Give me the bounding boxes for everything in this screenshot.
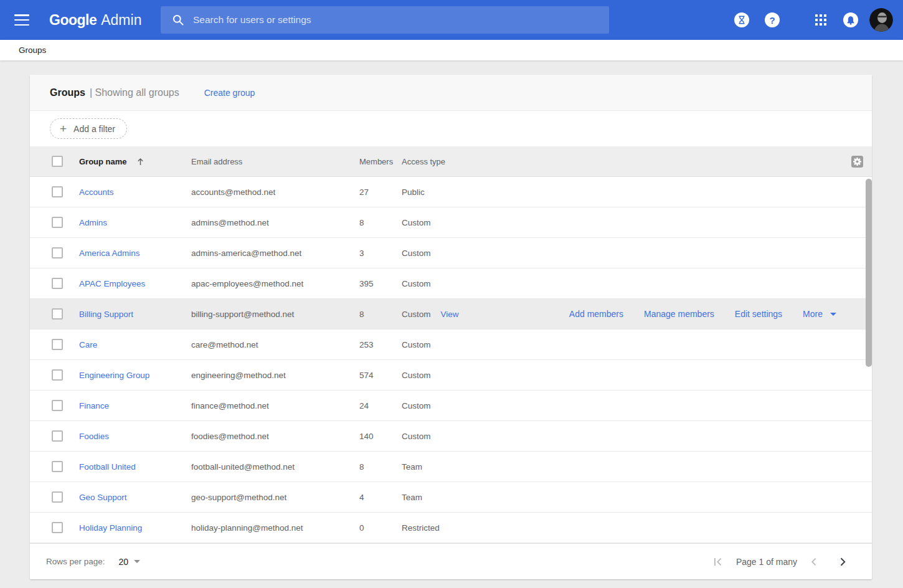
row-action-edit-settings[interactable]: Edit settings (735, 309, 782, 319)
previous-page-button[interactable] (810, 557, 817, 567)
group-members-count: 140 (359, 432, 402, 441)
group-access-type: Team (402, 462, 422, 472)
row-action-more[interactable]: More (803, 309, 836, 319)
column-access-type: Access type (402, 157, 445, 166)
group-email: football-united@method.net (191, 462, 359, 472)
group-name-link[interactable]: Billing Support (79, 310, 133, 319)
breadcrumb-groups[interactable]: Groups (19, 45, 46, 55)
table-body: Accounts accounts@method.net 27 Public A… (30, 177, 872, 543)
group-name-link[interactable]: Foodies (79, 432, 109, 441)
group-access-type: Custom (402, 249, 431, 258)
row-actions: Add membersManage membersEdit settingsMo… (569, 309, 872, 319)
table-row[interactable]: Holiday Planning holiday-planning@method… (30, 513, 872, 543)
row-checkbox[interactable] (52, 522, 63, 533)
breadcrumb: Groups (0, 40, 903, 60)
row-checkbox[interactable] (52, 369, 63, 381)
row-checkbox[interactable] (52, 491, 63, 503)
hourglass-icon[interactable] (734, 12, 749, 27)
plus-icon: + (60, 123, 67, 135)
search-input[interactable] (193, 14, 602, 26)
group-name-link[interactable]: Geo Support (79, 493, 127, 502)
group-name-link[interactable]: America Admins (79, 249, 140, 258)
help-icon[interactable]: ? (765, 12, 780, 27)
page-status: Page 1 of many (736, 557, 797, 567)
filter-row: + Add a filter (30, 111, 872, 146)
group-email: admins-america@method.net (191, 249, 359, 258)
topbar: GoogleAdmin ? (0, 0, 903, 40)
group-email: accounts@method.net (191, 187, 359, 197)
group-access-type: Custom (402, 371, 431, 380)
group-name-link[interactable]: Engineering Group (79, 371, 149, 380)
group-name-link[interactable]: Care (79, 340, 97, 349)
group-name-link[interactable]: Admins (79, 218, 107, 227)
group-email: care@method.net (191, 340, 359, 349)
table-row[interactable]: Accounts accounts@method.net 27 Public (30, 177, 872, 207)
group-access-type: Custom (402, 279, 431, 288)
row-checkbox[interactable] (52, 247, 63, 258)
column-group-name[interactable]: Group name (79, 157, 191, 166)
group-access-type: Custom (402, 310, 431, 319)
group-members-count: 0 (359, 523, 402, 533)
add-filter-button[interactable]: + Add a filter (50, 118, 127, 139)
row-checkbox[interactable] (52, 186, 63, 197)
avatar[interactable] (869, 8, 893, 32)
menu-hamburger-icon[interactable] (14, 14, 29, 26)
first-page-button[interactable] (713, 557, 724, 567)
group-access-type: Custom (402, 340, 431, 349)
column-members: Members (359, 157, 402, 166)
table-row[interactable]: APAC Employees apac-employees@method.net… (30, 268, 872, 299)
table-row[interactable]: Admins admins@method.net 8 Custom (30, 207, 872, 238)
search-bar[interactable] (161, 6, 609, 34)
group-access-type: Custom (402, 218, 431, 227)
row-checkbox[interactable] (52, 430, 63, 442)
group-members-count: 253 (359, 340, 402, 349)
group-members-count: 8 (359, 462, 402, 472)
row-checkbox[interactable] (52, 278, 63, 289)
table-row[interactable]: Engineering Group engineering@method.net… (30, 360, 872, 391)
row-action-view[interactable]: View (441, 310, 459, 319)
group-email: apac-employees@method.net (191, 279, 359, 288)
next-page-button[interactable] (839, 557, 847, 567)
create-group-button[interactable]: Create group (204, 88, 255, 98)
table-row[interactable]: America Admins admins-america@method.net… (30, 238, 872, 268)
column-settings-gear-icon[interactable] (851, 156, 863, 168)
table-row[interactable]: Billing Support billing-support@method.n… (30, 299, 872, 330)
group-email: finance@method.net (191, 401, 359, 410)
group-access-type: Custom (402, 432, 431, 441)
group-name-link[interactable]: Accounts (79, 187, 114, 197)
group-members-count: 4 (359, 493, 402, 502)
page-body: Groups | Showing all groups Create group… (0, 60, 903, 588)
row-checkbox[interactable] (52, 400, 63, 411)
group-name-link[interactable]: Football United (79, 462, 136, 472)
brand-google: Google (49, 12, 97, 28)
group-name-link[interactable]: Holiday Planning (79, 523, 142, 533)
rows-per-page-select[interactable]: 20 (119, 557, 141, 567)
notifications-bell-icon[interactable] (843, 12, 858, 27)
group-name-link[interactable]: APAC Employees (79, 279, 145, 288)
table-row[interactable]: Care care@method.net 253 Custom (30, 330, 872, 360)
table-row[interactable]: Football United football-united@method.n… (30, 452, 872, 482)
vertical-scrollbar[interactable] (866, 179, 872, 367)
group-access-type: Team (402, 493, 422, 502)
rows-per-page-label: Rows per page: (46, 557, 105, 566)
group-access-type: Public (402, 187, 425, 197)
row-action-manage-members[interactable]: Manage members (644, 309, 714, 319)
row-checkbox[interactable] (52, 308, 63, 320)
group-email: geo-support@method.net (191, 493, 359, 502)
row-checkbox[interactable] (52, 217, 63, 228)
brand-logo: GoogleAdmin (49, 12, 141, 29)
group-name-link[interactable]: Finance (79, 401, 109, 410)
select-all-checkbox[interactable] (52, 156, 63, 167)
table-row[interactable]: Finance finance@method.net 24 Custom (30, 391, 872, 421)
table-row[interactable]: Foodies foodies@method.net 140 Custom (30, 421, 872, 452)
page-subtitle: | Showing all groups (90, 87, 179, 98)
row-checkbox[interactable] (52, 339, 63, 350)
sort-ascending-icon (136, 158, 144, 166)
apps-grid-icon[interactable] (815, 14, 826, 26)
table-row[interactable]: Geo Support geo-support@method.net 4 Tea… (30, 482, 872, 513)
group-members-count: 8 (359, 310, 402, 319)
row-action-add-members[interactable]: Add members (569, 309, 623, 319)
chevron-down-icon (134, 560, 140, 563)
row-checkbox[interactable] (52, 461, 63, 472)
column-email: Email address (191, 157, 359, 166)
